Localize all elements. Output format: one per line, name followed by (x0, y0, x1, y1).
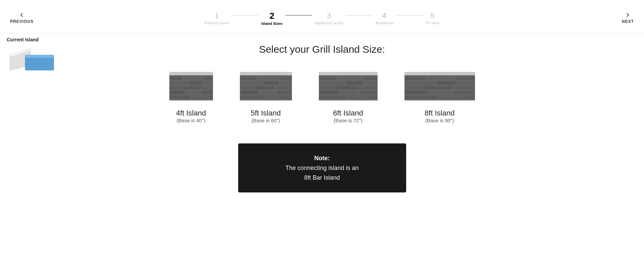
step-line-2 (285, 15, 312, 15)
svg-rect-32 (241, 91, 258, 94)
step-line-3 (346, 15, 373, 15)
svg-rect-25 (278, 77, 291, 80)
island-5ft-sub: (Base is 60") (251, 118, 280, 123)
svg-rect-48 (360, 86, 377, 89)
svg-rect-70 (438, 95, 459, 99)
svg-rect-26 (241, 81, 262, 85)
step-4-num: 4 (382, 12, 386, 19)
svg-rect-24 (257, 77, 277, 80)
prev-arrow-icon: ‹ (20, 10, 24, 19)
svg-rect-65 (454, 86, 474, 89)
svg-rect-31 (276, 86, 291, 89)
current-island-preview (7, 45, 60, 75)
next-button[interactable]: › NEXT (622, 10, 634, 24)
svg-rect-68 (454, 91, 474, 94)
svg-rect-45 (364, 81, 377, 85)
step-indicator: 1 Kitchen Layout 2 Island Sizes 3 Applia… (205, 11, 439, 26)
svg-rect-27 (264, 81, 279, 85)
svg-rect-50 (340, 91, 359, 94)
svg-rect-47 (334, 86, 358, 89)
island-option-6ft[interactable]: 6ft Island (Base is 72") (319, 72, 378, 123)
svg-rect-54 (366, 95, 377, 99)
svg-rect-11 (203, 81, 212, 85)
svg-rect-19 (191, 95, 202, 99)
current-island-label: Current Island (7, 37, 81, 42)
step-3-label: Appliance Layout (315, 21, 343, 25)
prev-label: PREVIOUS (10, 19, 34, 24)
step-line-1 (232, 15, 259, 15)
svg-rect-57 (405, 77, 425, 80)
svg-rect-71 (460, 95, 474, 99)
svg-rect-62 (458, 81, 474, 85)
svg-rect-6 (170, 77, 183, 80)
svg-rect-23 (241, 77, 256, 80)
svg-rect-53 (348, 95, 364, 99)
svg-rect-38 (319, 72, 378, 75)
svg-rect-59 (457, 77, 474, 80)
svg-rect-29 (241, 86, 252, 89)
svg-rect-49 (319, 91, 339, 94)
island-options: 4ft Island (Base is 40") (0, 72, 644, 123)
island-4ft-sub: (Base is 40") (177, 118, 205, 123)
step-1[interactable]: 1 Kitchen Layout (205, 12, 229, 25)
island-img-8ft (404, 72, 475, 103)
step-line-4 (396, 15, 423, 15)
svg-rect-46 (319, 86, 333, 89)
svg-rect-51 (360, 91, 377, 94)
island-8ft-sub: (Base is 90") (425, 118, 454, 123)
svg-rect-66 (405, 91, 429, 94)
svg-rect-12 (170, 86, 180, 89)
svg-rect-69 (405, 95, 437, 99)
svg-rect-41 (338, 77, 361, 80)
step-2-label: Island Sizes (261, 21, 283, 26)
step-4-label: Appliances (375, 21, 393, 25)
island-6ft-sub: (Base is 72") (334, 118, 362, 123)
svg-rect-52 (319, 95, 346, 99)
island-img-4ft (169, 72, 213, 103)
island-4ft-name: 4ft Island (176, 109, 206, 118)
svg-rect-21 (240, 72, 292, 75)
island-6ft-name: 6ft Island (333, 109, 363, 118)
svg-rect-61 (437, 81, 457, 85)
svg-rect-36 (265, 95, 279, 99)
svg-rect-10 (190, 81, 202, 85)
island-8ft-name: 8ft Island (425, 109, 455, 118)
svg-rect-28 (280, 81, 291, 85)
island-option-4ft[interactable]: 4ft Island (Base is 40") (169, 72, 213, 123)
step-2[interactable]: 2 Island Sizes (261, 11, 283, 26)
prev-button[interactable]: ‹ PREVIOUS (10, 10, 34, 24)
main-content: Select your Grill Island Size: (0, 34, 644, 192)
island-5ft-name: 5ft Island (251, 109, 281, 118)
step-5-label: 3D View (426, 21, 439, 25)
step-2-num: 2 (269, 11, 274, 20)
svg-rect-30 (254, 86, 274, 89)
svg-rect-43 (319, 81, 345, 85)
page-title: Select your Grill Island Size: (259, 44, 385, 55)
note-bold: Note: (314, 155, 330, 162)
step-5-num: 5 (430, 12, 434, 19)
step-3[interactable]: 3 Appliance Layout (315, 12, 343, 25)
svg-rect-60 (405, 81, 435, 85)
svg-rect-18 (170, 95, 190, 99)
step-3-num: 3 (327, 12, 331, 19)
svg-rect-33 (259, 91, 275, 94)
note-text1: The connecting island is an (285, 165, 358, 171)
step-5[interactable]: 5 3D View (426, 12, 439, 25)
note-text2: 8ft Bar Island (304, 174, 340, 181)
svg-rect-3 (25, 55, 54, 58)
note-box: Note: The connecting island is an 8ft Ba… (238, 143, 406, 192)
next-label: NEXT (622, 19, 634, 24)
svg-rect-42 (362, 77, 377, 80)
svg-rect-14 (200, 86, 212, 89)
svg-rect-4 (169, 72, 213, 75)
island-option-5ft[interactable]: 5ft Island (Base is 60") (240, 72, 292, 123)
svg-rect-44 (346, 81, 363, 85)
svg-rect-15 (170, 91, 185, 94)
island-option-8ft[interactable]: 8ft Island (Base is 90") (404, 72, 475, 123)
step-1-num: 1 (215, 12, 219, 19)
island-img-6ft (319, 72, 378, 103)
svg-rect-9 (170, 81, 188, 85)
svg-rect-67 (430, 91, 452, 94)
svg-rect-34 (277, 91, 291, 94)
step-4[interactable]: 4 Appliances (375, 12, 393, 25)
